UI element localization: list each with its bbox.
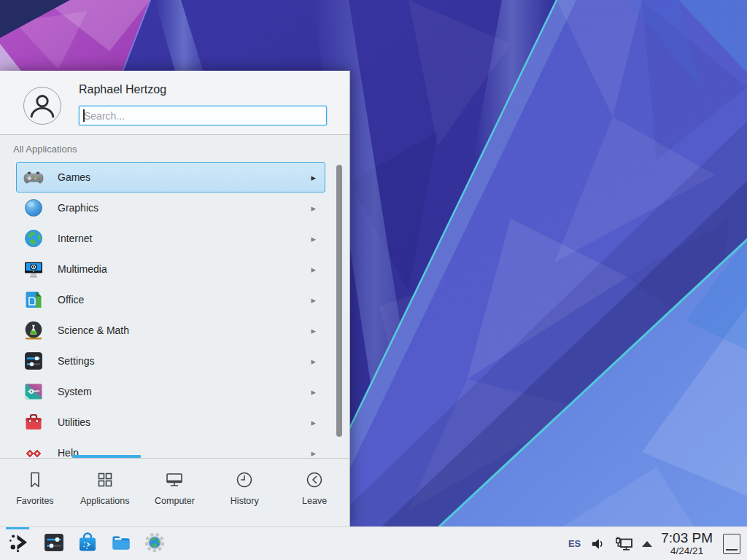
user-avatar-icon[interactable] <box>23 87 61 125</box>
clock[interactable]: 7:03 PM 4/24/21 <box>661 531 713 556</box>
network-icon[interactable] <box>614 534 634 553</box>
computer-icon <box>165 470 184 489</box>
taskbar-file-manager-button[interactable] <box>109 527 133 560</box>
taskbar-launcher-button[interactable] <box>4 527 32 560</box>
tab-favorites[interactable]: Favorites <box>0 459 70 526</box>
category-item-system[interactable]: System ▸ <box>16 376 325 407</box>
tab-leave[interactable]: Leave <box>279 459 349 526</box>
games-icon <box>23 167 44 187</box>
search-input[interactable] <box>79 106 327 125</box>
submenu-arrow-icon: ▸ <box>311 386 316 397</box>
volume-icon[interactable] <box>590 536 606 552</box>
category-item-help[interactable]: Help ▸ <box>16 438 325 458</box>
taskbar-discover-button[interactable] <box>76 527 99 560</box>
tab-label: Computer <box>155 496 195 506</box>
settings-icon <box>23 351 44 371</box>
submenu-arrow-icon: ▸ <box>311 172 316 183</box>
category-item-utilities[interactable]: Utilities ▸ <box>16 407 325 438</box>
category-label: Office <box>58 294 311 306</box>
clock-time: 7:03 PM <box>661 531 713 545</box>
desktop: Raphael Hertzog All Applications <box>0 0 747 560</box>
submenu-arrow-icon: ▸ <box>311 448 316 459</box>
taskbar-browser-button[interactable] <box>143 527 166 560</box>
tab-label: Applications <box>80 496 129 506</box>
applications-icon <box>96 470 115 489</box>
launcher-tab-bar: Favorites Applications <box>0 458 349 526</box>
category-item-science-math[interactable]: Science & Math ▸ <box>16 315 325 346</box>
user-name: Raphael Hertzog <box>79 83 166 96</box>
category-label: Games <box>58 171 311 183</box>
office-icon <box>23 289 44 310</box>
category-item-games[interactable]: Games ▸ <box>16 162 325 192</box>
graphics-icon <box>23 198 44 218</box>
help-icon <box>23 443 44 458</box>
submenu-arrow-icon: ▸ <box>311 417 316 428</box>
tab-label: Leave <box>302 496 327 506</box>
section-label-all-applications: All Applications <box>13 144 77 155</box>
submenu-arrow-icon: ▸ <box>311 264 316 275</box>
submenu-arrow-icon: ▸ <box>311 356 316 367</box>
list-scrollbar[interactable] <box>336 165 342 437</box>
multimedia-icon <box>23 259 44 279</box>
dolphin-folder-icon <box>110 532 132 556</box>
keyboard-layout-indicator[interactable]: ES <box>568 538 581 549</box>
leave-icon <box>305 470 324 489</box>
app-launcher-panel: Raphael Hertzog All Applications <box>0 71 350 526</box>
category-list: Games ▸ Graphics ▸ <box>0 162 349 458</box>
submenu-arrow-icon: ▸ <box>311 295 316 306</box>
category-item-office[interactable]: Office ▸ <box>16 284 325 315</box>
category-label: Multimedia <box>58 263 311 275</box>
system-tray: ES 7:03 PM <box>568 527 747 560</box>
category-label: System <box>58 386 311 397</box>
category-item-graphics[interactable]: Graphics ▸ <box>16 192 325 223</box>
submenu-arrow-icon: ▸ <box>311 203 316 214</box>
taskbar: ES 7:03 PM <box>0 526 747 560</box>
internet-icon <box>23 228 44 249</box>
submenu-arrow-icon: ▸ <box>311 233 316 244</box>
category-item-internet[interactable]: Internet ▸ <box>16 223 325 254</box>
taskbar-system-settings-button[interactable] <box>42 527 66 560</box>
system-icon <box>23 381 44 402</box>
category-item-settings[interactable]: Settings ▸ <box>16 346 325 376</box>
tab-applications[interactable]: Applications <box>70 459 140 526</box>
tab-label: History <box>231 496 259 506</box>
category-label: Graphics <box>58 202 311 214</box>
show-desktop-line <box>726 549 738 551</box>
clock-date: 4/24/21 <box>670 546 703 556</box>
launcher-header: Raphael Hertzog <box>0 71 349 135</box>
utilities-icon <box>23 412 44 432</box>
category-label: Internet <box>58 233 311 244</box>
science-icon <box>23 320 44 341</box>
kde-menu-icon <box>7 532 29 556</box>
category-label: Science & Math <box>58 324 311 336</box>
submenu-arrow-icon: ▸ <box>311 325 316 336</box>
category-item-multimedia[interactable]: Multimedia ▸ <box>16 254 325 284</box>
discover-icon <box>77 532 98 556</box>
konqueror-globe-gear-icon <box>144 532 166 556</box>
text-caret <box>83 109 85 122</box>
show-desktop-button[interactable] <box>723 534 740 554</box>
favorites-icon <box>26 470 44 489</box>
tab-history[interactable]: History <box>209 459 279 526</box>
tab-label: Favorites <box>16 496 53 506</box>
category-label: Settings <box>58 355 311 367</box>
tray-expander-arrow[interactable] <box>642 541 652 547</box>
category-label: Utilities <box>58 416 311 428</box>
active-task-indicator <box>6 527 29 529</box>
history-icon <box>235 470 254 489</box>
tab-computer[interactable]: Computer <box>140 459 210 526</box>
system-settings-icon <box>43 532 65 556</box>
